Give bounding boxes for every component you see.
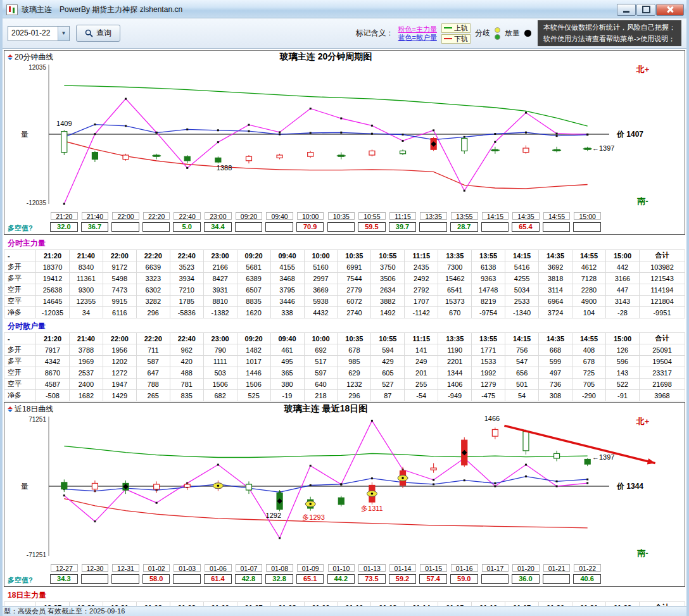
long-short-value-box: 5.0 <box>173 222 201 232</box>
column-header-cell: 合计 <box>640 250 685 261</box>
data-cell: 249 <box>405 356 438 367</box>
data-cell: -5836 <box>170 307 203 318</box>
data-cell: 2997 <box>304 273 338 284</box>
data-cell: 2533 <box>505 296 539 307</box>
data-cell: 空开 <box>4 284 36 296</box>
data-cell: 9915 <box>103 296 136 307</box>
long-short-value-box: 28.7 <box>450 222 478 232</box>
data-cell: 656 <box>505 367 539 379</box>
minimize-icon <box>623 11 629 13</box>
data-cell: 501 <box>505 379 539 390</box>
disclaimer-line1: 本软件仅做数据分析统计，风险自己把握； <box>543 22 676 33</box>
data-cell: 420 <box>170 356 203 367</box>
data-cell: 461 <box>270 344 304 356</box>
long-short-value-box <box>543 574 571 584</box>
long-short-value-box: 42.8 <box>235 574 263 584</box>
data-cell: 5416 <box>505 261 539 273</box>
long-short-row-20min: 多空值? 32.036.75.034.470.959.539.728.765.4 <box>4 222 685 234</box>
svg-text:-12035: -12035 <box>27 199 47 206</box>
query-button[interactable]: 查询 <box>76 25 120 42</box>
data-cell: 15373 <box>438 296 472 307</box>
data-cell: -19 <box>270 390 304 401</box>
minute-retail-table: -21:2021:4022:0022:2022:4023:0009:2009:4… <box>4 332 685 401</box>
data-cell: 429 <box>371 356 405 367</box>
axis-label: 21:40 <box>82 212 109 220</box>
data-cell: 19504 <box>640 356 685 367</box>
data-cell: 多平 <box>4 273 36 284</box>
axis-label: 14:15 <box>482 212 509 220</box>
long-short-value-box <box>265 222 293 232</box>
long-short-value-box: 65.1 <box>296 574 324 584</box>
svg-text:多1311: 多1311 <box>361 505 383 512</box>
data-cell: 647 <box>136 367 170 379</box>
axis-label: 01-22 <box>574 564 601 572</box>
column-header-cell: 22:20 <box>136 333 170 344</box>
chevron-down-icon[interactable]: ▼ <box>58 27 69 41</box>
column-header-cell: 11:15 <box>405 333 438 344</box>
axis-label: 01-13 <box>358 564 386 572</box>
long-short-value-box <box>573 222 601 232</box>
column-header-cell: 22:00 <box>103 333 136 344</box>
svg-text:玻璃主连 20分钟周期图: 玻璃主连 20分钟周期图 <box>279 51 372 61</box>
data-cell: 103982 <box>640 261 685 273</box>
date-select[interactable]: 2025-01-22 ▼ <box>8 26 70 41</box>
data-cell: 12355 <box>69 296 103 307</box>
data-cell: 4587 <box>36 379 70 390</box>
data-cell: 670 <box>438 307 472 318</box>
svg-text:1292: 1292 <box>266 512 281 519</box>
long-short-value-box: 36.0 <box>512 574 540 584</box>
axis-label: 09:20 <box>236 212 263 220</box>
column-header-cell: 13:55 <box>472 250 505 261</box>
daily-main-force-title: 18日主力量 <box>4 588 685 601</box>
column-header-cell: 09:40 <box>270 333 304 344</box>
data-cell: 835 <box>170 390 203 401</box>
axis-label: 01-06 <box>205 564 232 572</box>
upper-band-line-icon <box>444 27 452 28</box>
axis-label: 12-27 <box>51 564 78 572</box>
axis-label: 11:15 <box>389 212 417 220</box>
close-button[interactable] <box>656 4 684 16</box>
data-cell: 599 <box>539 356 572 367</box>
data-cell: 296 <box>338 390 371 401</box>
data-cell: 净多 <box>4 390 36 401</box>
long-short-value-box: 65.4 <box>512 222 540 232</box>
data-cell: 空平 <box>4 296 36 307</box>
column-header-cell: 10:35 <box>338 333 371 344</box>
svg-text:12035: 12035 <box>28 64 46 71</box>
data-cell: 1017 <box>237 356 270 367</box>
data-cell: 126 <box>605 344 639 356</box>
data-cell: 7300 <box>438 261 472 273</box>
data-cell: 2537 <box>69 367 103 379</box>
column-header-cell: 23:00 <box>203 250 237 261</box>
data-cell: 1492 <box>371 307 405 318</box>
axis-label: 10:55 <box>358 212 386 220</box>
long-short-value-box: 34.3 <box>50 574 78 584</box>
column-header-cell: - <box>4 250 36 261</box>
data-cell: 6072 <box>338 296 371 307</box>
data-cell: 736 <box>539 379 572 390</box>
legend-upper-band: 上轨 <box>441 23 471 33</box>
data-cell: 1771 <box>472 344 505 356</box>
data-cell: 1620 <box>237 307 270 318</box>
legend-divergence-label: 分歧 <box>475 28 490 39</box>
axis-label: 09:40 <box>266 212 293 220</box>
maximize-button[interactable] <box>636 4 655 16</box>
long-short-label: 多空值? <box>8 575 33 585</box>
data-cell: 3750 <box>371 261 405 273</box>
data-cell: 296 <box>136 307 170 318</box>
data-cell: -290 <box>572 390 606 401</box>
data-cell: 447 <box>605 284 639 296</box>
svg-text:价 1407: 价 1407 <box>616 130 643 139</box>
data-cell: 6541 <box>438 284 472 296</box>
column-header-cell: 09:20 <box>237 333 270 344</box>
data-cell: 2280 <box>572 284 606 296</box>
data-cell: 143 <box>605 367 639 379</box>
data-cell: 25091 <box>640 344 685 356</box>
column-header-cell: 14:15 <box>505 250 539 261</box>
svg-text:北+: 北+ <box>636 417 650 426</box>
data-cell: 3882 <box>371 296 405 307</box>
long-short-value-box: 58.0 <box>142 574 170 584</box>
query-button-label: 查询 <box>96 28 111 39</box>
minimize-button[interactable] <box>617 4 636 16</box>
table-row: 多平43421969120258742011111017495517985429… <box>4 356 685 367</box>
